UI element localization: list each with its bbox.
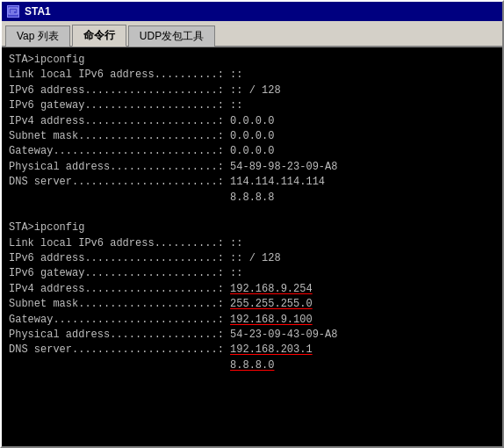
line-1-7: Physical address.................: 54-89… bbox=[9, 160, 495, 175]
window-title: STA1 bbox=[25, 5, 51, 18]
terminal-area[interactable]: STA>ipconfig Link local IPv6 address....… bbox=[2, 47, 502, 446]
line-2-1: Link local IPv6 address..........: :: bbox=[9, 236, 495, 251]
ipv4-value: 192.168.9.254 bbox=[230, 283, 313, 295]
line-1-5: Subnet mask......................: 0.0.0… bbox=[9, 129, 495, 144]
line-1-3: IPv6 gateway.....................: :: bbox=[9, 98, 495, 113]
tab-command-line[interactable]: 命令行 bbox=[72, 25, 126, 47]
line-2-5: Subnet mask......................: 255.2… bbox=[9, 297, 495, 312]
tab-vap-list[interactable]: Vap 列表 bbox=[5, 25, 70, 47]
line-1-4: IPv4 address.....................: 0.0.0… bbox=[9, 114, 495, 129]
window: STA1 Vap 列表 命令行 UDP发包工具 STA>ipconfig Lin… bbox=[0, 0, 504, 448]
line-2-2: IPv6 address.....................: :: / … bbox=[9, 251, 495, 266]
line-1-2: IPv6 address.....................: :: / … bbox=[9, 83, 495, 98]
tab-bar: Vap 列表 命令行 UDP发包工具 bbox=[2, 21, 502, 47]
line-2-7: Physical address.................: 54-23… bbox=[9, 328, 495, 343]
dns-value-2: 8.8.8.0 bbox=[230, 359, 274, 372]
line-1-9: 8.8.8.8 bbox=[9, 191, 495, 206]
subnet-value: 255.255.255.0 bbox=[230, 298, 313, 310]
line-2-3: IPv6 gateway.....................: :: bbox=[9, 266, 495, 281]
line-2-6: Gateway..........................: 192.1… bbox=[9, 313, 495, 328]
window-icon bbox=[7, 5, 19, 18]
dns-value-1: 192.168.203.1 bbox=[230, 343, 313, 356]
title-bar: STA1 bbox=[2, 2, 502, 21]
line-2-9: 8.8.8.0 bbox=[9, 358, 495, 373]
line-1-1: Link local IPv6 address..........: :: bbox=[9, 68, 495, 83]
spacer-1 bbox=[9, 206, 495, 220]
line-1-8: DNS server.......................: 114.1… bbox=[9, 175, 495, 190]
prompt-1: STA>ipconfig bbox=[9, 53, 495, 68]
gateway-value: 192.168.9.100 bbox=[230, 314, 313, 326]
line-1-6: Gateway..........................: 0.0.0… bbox=[9, 144, 495, 159]
line-2-8: DNS server.......................: 192.1… bbox=[9, 343, 495, 358]
line-2-4: IPv4 address.....................: 192.1… bbox=[9, 282, 495, 297]
tab-udp-tool[interactable]: UDP发包工具 bbox=[128, 25, 215, 47]
prompt-2: STA>ipconfig bbox=[9, 220, 495, 235]
